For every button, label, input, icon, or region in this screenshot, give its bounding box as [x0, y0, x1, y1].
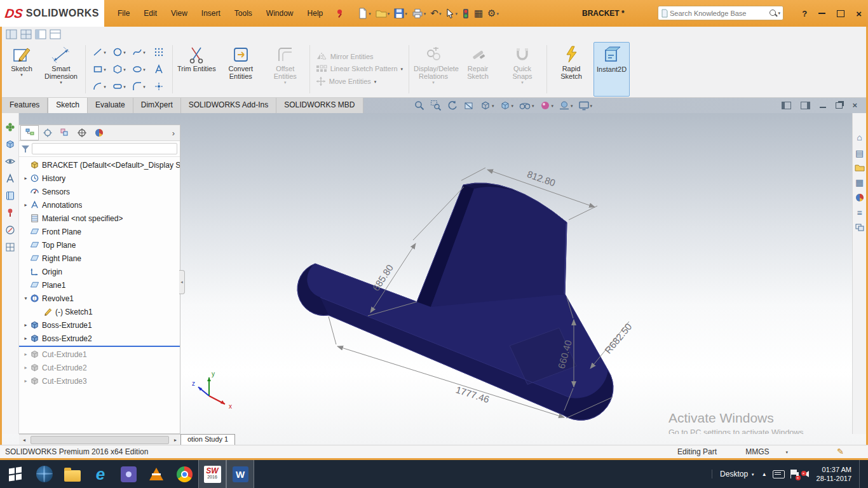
menu-help[interactable]: Help — [301, 0, 330, 27]
start-button[interactable] — [0, 460, 31, 488]
search-icon[interactable] — [769, 9, 778, 18]
expand-icon[interactable]: ▸ — [22, 378, 30, 384]
taskbar-app-purple[interactable] — [114, 460, 142, 488]
mirror-entities-button[interactable]: Mirror Entities — [316, 52, 403, 61]
print-button[interactable]: ▾ — [410, 7, 428, 20]
touch-keyboard-icon[interactable] — [773, 470, 785, 478]
file-explorer-icon[interactable] — [855, 164, 865, 172]
ellipse-tool-button[interactable]: ▾ — [129, 61, 149, 78]
rebuild-button[interactable] — [461, 7, 471, 20]
desktop-toolbar[interactable]: Desktop ▾ — [712, 470, 754, 478]
solidworks-resources-icon[interactable]: ⌂ — [857, 132, 862, 142]
polygon-tool-button[interactable]: ▾ — [109, 61, 129, 78]
tab-sketch[interactable]: Sketch — [48, 98, 88, 113]
pane-layout-icon-1[interactable] — [6, 29, 17, 39]
design-library-icon[interactable]: ▤ — [855, 148, 864, 158]
file-properties-button[interactable]: ▦ — [473, 6, 484, 20]
quick-snaps-button[interactable]: Quick Snaps ▾ — [500, 42, 545, 97]
taskbar-chrome[interactable] — [170, 460, 198, 488]
compass-icon[interactable] — [5, 225, 15, 235]
sketch-tool-button[interactable]: Sketch ▾ — [4, 42, 39, 97]
tab-solidworks-addins[interactable]: SOLIDWORKS Add-Ins — [181, 98, 276, 113]
filter-flower-icon[interactable] — [5, 122, 15, 132]
tree-item-boss-extrude1[interactable]: ▸ Boss-Extrude1 — [19, 318, 180, 332]
convert-entities-button[interactable]: Convert Entities — [219, 42, 263, 97]
dimension-r682[interactable]: R682.50 — [602, 321, 634, 355]
expand-icon[interactable]: ▸ — [22, 202, 30, 208]
tree-item-annotations[interactable]: ▸ Annotations — [19, 198, 180, 212]
tree-item-cut-extrude2[interactable]: ▸ Cut-Extrude2 — [19, 361, 180, 374]
save-button[interactable]: ▾ — [393, 7, 409, 20]
eye-icon[interactable] — [5, 156, 15, 166]
tab-solidworks-mbd[interactable]: SOLIDWORKS MBD — [276, 98, 363, 113]
view-orientation-button[interactable]: ▾ — [480, 100, 494, 111]
text-tool-button[interactable] — [149, 61, 168, 78]
document-restore-button[interactable] — [836, 102, 843, 109]
dimension-812[interactable]: 812.80 — [526, 168, 557, 188]
hide-show-items-button[interactable]: ▾ — [519, 100, 534, 111]
menu-view[interactable]: View — [164, 0, 194, 27]
point-tool-button[interactable] — [149, 78, 168, 95]
tree-item-origin[interactable]: Origin — [19, 265, 180, 278]
linear-sketch-pattern-button[interactable]: Linear Sketch Pattern ▾ — [316, 64, 403, 73]
offset-entities-button[interactable]: Offset Entities ▾ — [263, 42, 308, 97]
tree-item-boss-extrude2[interactable]: ▸ Boss-Extrude2 — [19, 332, 180, 345]
edit-appearance-button[interactable]: ▾ — [539, 100, 554, 111]
pin-menu-icon[interactable] — [334, 8, 344, 18]
letter-a-icon[interactable] — [5, 173, 15, 184]
scrollbar-thumb[interactable] — [31, 436, 169, 444]
tree-item-front-plane[interactable]: Front Plane — [19, 225, 180, 238]
tree-item-sensors[interactable]: Sensors — [19, 185, 180, 198]
expand-icon[interactable]: ▸ — [22, 175, 30, 181]
dimension-1777[interactable]: 1777.46 — [454, 384, 491, 405]
previous-view-button[interactable] — [447, 100, 458, 111]
line-tool-button[interactable]: ▾ — [90, 44, 109, 61]
appearances-icon[interactable] — [855, 193, 864, 202]
menu-insert[interactable]: Insert — [194, 0, 227, 27]
view-palette-icon[interactable]: ▦ — [855, 177, 864, 187]
knowledge-base-search[interactable]: ▾ — [658, 6, 783, 20]
menu-edit[interactable]: Edit — [137, 0, 164, 27]
tab-features[interactable]: Features — [2, 98, 48, 113]
search-input[interactable] — [668, 9, 769, 18]
zoom-area-button[interactable] — [430, 100, 442, 111]
menu-window[interactable]: Window — [259, 0, 301, 27]
featuremanager-tree-tab[interactable] — [20, 125, 39, 140]
expand-icon[interactable]: ▸ — [22, 336, 30, 341]
menu-tools[interactable]: Tools — [227, 0, 259, 27]
display-manager-tab[interactable] — [90, 126, 107, 140]
motion-study-tab[interactable]: otion Study 1 — [180, 434, 235, 445]
dimension-685[interactable]: 685.80 — [370, 262, 395, 293]
apply-scene-button[interactable]: ▾ — [559, 100, 573, 111]
document-minimize-button[interactable] — [820, 107, 826, 108]
tree-item-right-plane[interactable]: Right Plane — [19, 252, 180, 265]
taskbar-file-explorer[interactable] — [58, 460, 86, 488]
grid-icon[interactable] — [5, 242, 15, 252]
units-selector[interactable]: MMGS ▾ — [745, 445, 788, 458]
tree-item-top-plane[interactable]: Top Plane — [19, 238, 180, 252]
close-button[interactable]: × — [856, 8, 862, 19]
pane-layout-icon-4[interactable] — [50, 29, 61, 39]
tree-filter-input[interactable] — [32, 143, 177, 154]
tree-root-bracket[interactable]: BRACKET (Default<<Default>_Display S — [19, 158, 180, 172]
maximize-button[interactable] — [837, 10, 844, 17]
select-button[interactable]: ▾ — [444, 7, 459, 20]
pin-icon[interactable] — [5, 208, 15, 218]
zoom-fit-button[interactable] — [414, 100, 425, 111]
horizontal-scrollbar[interactable]: ◂ ▸ — [19, 434, 180, 445]
tab-evaluate[interactable]: Evaluate — [88, 98, 133, 113]
rapid-sketch-button[interactable]: Rapid Sketch — [549, 42, 593, 97]
view-settings-button[interactable]: ▾ — [578, 100, 593, 111]
scroll-right-icon[interactable]: ▸ — [170, 437, 180, 443]
configuration-manager-tab[interactable] — [56, 126, 73, 140]
arc-tool-button[interactable]: ▾ — [90, 78, 109, 95]
rectangle-tool-button[interactable]: ▾ — [90, 61, 109, 78]
sketch-picture-button[interactable] — [149, 44, 168, 61]
taskbar-word[interactable]: W — [226, 460, 254, 488]
tree-item-material[interactable]: Material <not specified> — [19, 212, 180, 225]
help-button[interactable]: ? — [802, 9, 807, 18]
undo-button[interactable]: ↶ ▾ — [429, 6, 442, 20]
dimxpert-manager-tab[interactable] — [73, 126, 90, 140]
volume-icon[interactable]: × — [804, 471, 809, 477]
new-document-button[interactable]: ▾ — [356, 6, 372, 20]
